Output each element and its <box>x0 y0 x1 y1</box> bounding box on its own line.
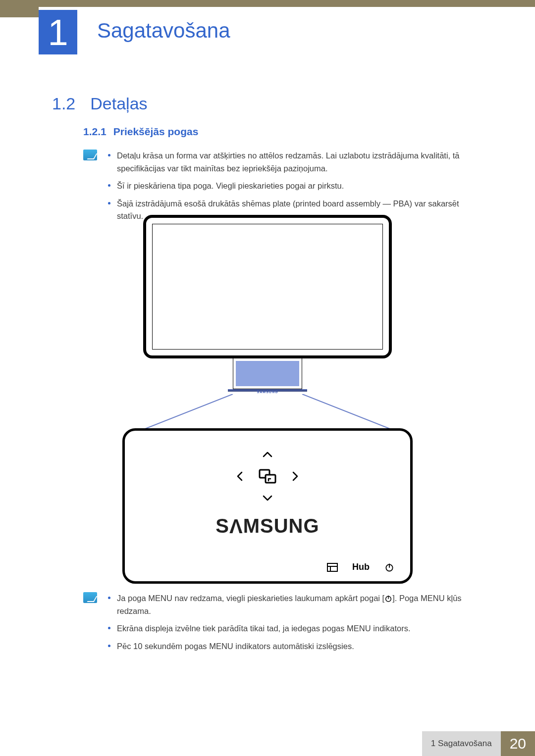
list-item: Ekrāna displeja izvēlne tiek parādīta ti… <box>108 622 483 635</box>
source-button[interactable] <box>254 465 281 487</box>
monitor-outline <box>143 215 392 358</box>
power-icon <box>384 594 392 603</box>
panel-aux-buttons: Hub <box>326 562 395 572</box>
zoom-callout-lines <box>143 394 392 429</box>
monitor-stand: SAMSUNG <box>233 358 302 389</box>
top-accent-bar <box>0 0 535 7</box>
up-arrow-button[interactable] <box>254 444 281 465</box>
corner-tab <box>0 0 39 17</box>
list-item: Pēc 10 sekundēm pogas MENU indikators au… <box>108 640 483 653</box>
list-item: Šī ir pieskāriena tipa poga. Viegli pies… <box>108 180 483 193</box>
svg-rect-4 <box>327 563 337 571</box>
hub-button[interactable]: Hub <box>352 562 370 572</box>
power-button[interactable] <box>383 562 395 572</box>
monitor-figure: SAMSUNG <box>143 215 392 392</box>
list-item: Ja poga MENU nav redzama, viegli pieskar… <box>108 592 483 617</box>
subsection-title: Priekšējās pogas <box>113 126 199 138</box>
dpad <box>226 444 309 509</box>
section-number: 1.2 <box>52 94 75 113</box>
stand-brand-label: SAMSUNG <box>257 390 278 394</box>
stand-inner-panel: SAMSUNG <box>236 361 299 386</box>
left-arrow-button[interactable] <box>226 465 254 487</box>
menu-button[interactable] <box>326 562 338 572</box>
right-arrow-button[interactable] <box>281 465 309 487</box>
list-item: Detaļu krāsa un forma var atšķirties no … <box>108 150 483 175</box>
panel-brand-label: SVMSUNG <box>215 515 319 537</box>
note-icon <box>83 592 97 603</box>
footer-chapter-label: 1 Sagatavošana <box>422 731 501 756</box>
note-icon <box>83 150 97 160</box>
front-buttons-panel: SVMSUNG Hub <box>122 428 413 584</box>
svg-line-1 <box>302 394 390 429</box>
chapter-number-box: 1 <box>39 10 77 54</box>
chapter-number: 1 <box>48 11 68 53</box>
chapter-title: Sagatavošana <box>97 19 230 43</box>
subsection-number: 1.2.1 <box>83 126 107 138</box>
section-title: Detaļas <box>90 94 147 113</box>
footer-page-number: 20 <box>501 731 535 756</box>
down-arrow-button[interactable] <box>254 487 281 509</box>
note-list-2: Ja poga MENU nav redzama, viegli pieskar… <box>108 592 483 657</box>
page-footer: 1 Sagatavošana 20 <box>0 731 535 756</box>
svg-line-0 <box>145 394 233 429</box>
note2-item1-pre: Ja poga MENU nav redzama, viegli pieskar… <box>117 594 384 603</box>
